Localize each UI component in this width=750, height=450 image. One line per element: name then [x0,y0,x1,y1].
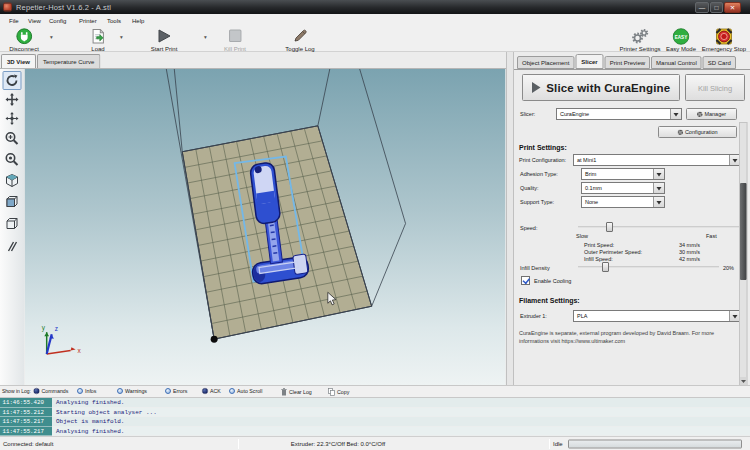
speed-slider-thumb[interactable] [606,222,613,232]
printer-settings-button[interactable]: Printer Settings [612,28,668,52]
infill-density-slider[interactable] [578,262,719,272]
disconnect-button[interactable]: Disconnect [2,28,46,52]
manager-button[interactable]: Manager [686,108,737,120]
start-print-dropdown-arrow[interactable]: ▾ [204,34,207,41]
toggle-log-button[interactable]: Toggle Log [276,28,324,52]
enable-cooling-label: Enable Cooling [534,278,571,284]
toggle-log-icon [276,28,324,45]
toolbar-button-label: Printer Settings [612,45,668,52]
clear-log-button[interactable]: Clear Log [281,388,312,396]
log-toolbar: Show in Log: Commands Infos Warnings Err… [0,385,750,398]
close-button[interactable]: ✕ [724,2,741,13]
log-message: Analysing finished. [56,398,124,407]
slicer-pane: Slice with CuraEngine Kill Slicing Slice… [514,69,750,385]
gear-icon [677,129,683,135]
log-toggle-warnings[interactable]: Warnings [117,388,147,394]
load-dropdown-arrow[interactable]: ▾ [120,34,123,41]
gear-icon [697,111,703,117]
menu-config[interactable]: Config [49,17,66,24]
front-view-icon[interactable] [3,192,22,211]
log-toggle-auto-scroll[interactable]: Auto Scroll [229,388,262,394]
kill-print-button[interactable]: Kill Print [212,28,258,52]
rotate-view-icon[interactable] [3,71,22,90]
slice-button[interactable]: Slice with CuraEngine [522,74,680,101]
toolbar-button-label: Disconnect [2,45,46,52]
tab-slicer[interactable]: Slicer [575,54,603,69]
tab-sd-card[interactable]: SD Card [703,56,736,69]
right-panel-scrollbar[interactable] [739,122,748,387]
tab-print-preview[interactable]: Print Preview [605,56,650,69]
copy-icon [328,388,335,396]
scrollbar-thumb[interactable] [740,183,747,280]
menubar: File View Config Printer Tools Help [0,14,750,27]
log-toggle-ack[interactable]: ACK [202,388,221,394]
extruder-select[interactable]: PLA [573,310,741,322]
view-toolbar [0,68,24,385]
log-toggle-commands[interactable]: Commands [34,388,69,394]
panel-splitter[interactable] [506,52,514,385]
app-window: Repetier-Host V1.6.2 - A.stl — □ ✕ File … [0,0,750,450]
menu-file[interactable]: File [9,17,19,24]
enable-cooling-checkbox[interactable] [521,276,530,285]
maximize-button[interactable]: □ [710,2,723,13]
menu-view[interactable]: View [28,17,41,24]
emergency-stop-button[interactable]: Emergency Stop [700,28,748,52]
print-configuration-label: Print Configuration: [519,157,566,163]
start-print-icon [140,28,188,45]
toolbar: Disconnect ▾ Load ▾ Start Print [0,27,750,52]
support-type-select[interactable]: None [581,196,665,208]
menu-tools[interactable]: Tools [107,17,121,24]
configuration-button[interactable]: Configuration [658,126,737,138]
app-icon [3,3,12,12]
easy-mode-icon: EASY [662,28,700,45]
right-tab-bar: Object Placement Slicer Print Preview Ma… [517,54,737,69]
print-configuration-select[interactable]: at Mini1 [573,154,741,166]
tab-3d-view[interactable]: 3D View [1,54,36,68]
tab-manual-control[interactable]: Manual Control [651,56,702,69]
toolbar-button-label: Easy Mode [662,45,700,52]
3d-viewport[interactable]: x y z [24,68,506,385]
top-view-icon[interactable] [3,214,22,233]
copy-log-button[interactable]: Copy [328,388,349,396]
print-settings-heading: Print Settings: [519,143,567,151]
speed-slow-label: Slow [576,233,588,239]
zoom-in-icon[interactable] [3,129,22,148]
kill-slicing-button[interactable]: Kill Slicing [685,74,745,101]
log-toggle-errors[interactable]: Errors [165,388,187,394]
kill-print-icon [212,28,258,45]
support-type-label: Support Type: [520,199,554,205]
load-file-icon [78,28,118,45]
log-toggle-label: Errors [173,388,187,394]
log-area[interactable]: 11:46:55.420 Analysing finished. 11:47:5… [0,398,750,436]
adhesion-type-select[interactable]: Brim [581,168,665,180]
zoom-fit-icon[interactable] [3,150,22,169]
infill-density-slider-thumb[interactable] [602,262,609,272]
titlebar: Repetier-Host V1.6.2 - A.stl — □ ✕ [0,0,750,14]
start-print-button[interactable]: Start Print [140,28,188,52]
dropdown-arrow-icon [670,109,681,119]
parallel-projection-icon[interactable] [3,237,22,256]
tab-object-placement[interactable]: Object Placement [517,56,574,69]
speed-slider[interactable] [578,222,741,232]
log-timestamp: 11:47:55.217 [0,417,52,426]
menu-help[interactable]: Help [132,17,144,24]
load-button[interactable]: Load [78,28,118,52]
speed-fast-label: Fast [706,233,717,239]
warnings-orb-icon [117,388,123,394]
auto-scroll-orb-icon [229,388,235,394]
move-object-icon[interactable] [3,109,22,128]
show-in-log-label: Show in Log: [2,388,31,394]
slicer-select[interactable]: CuraEngine [556,108,682,120]
isometric-view-icon[interactable] [3,171,22,190]
disconnect-dropdown-arrow[interactable]: ▾ [50,34,53,41]
log-toggle-infos[interactable]: Infos [77,388,96,394]
easy-mode-button[interactable]: EASY Easy Mode [662,28,700,52]
combo-value: CuraEngine [560,111,589,117]
move-viewpoint-icon[interactable] [3,90,22,109]
log-toggle-label: Warnings [125,388,147,394]
tab-temperature-curve[interactable]: Temperature Curve [37,54,100,68]
minimize-button[interactable]: — [695,2,709,13]
menu-printer[interactable]: Printer [79,17,97,24]
quality-select[interactable]: 0.1mm [581,182,665,194]
outer-perimeter-speed-row: Outer Perimeter Speed:30 mm/s [584,249,750,256]
